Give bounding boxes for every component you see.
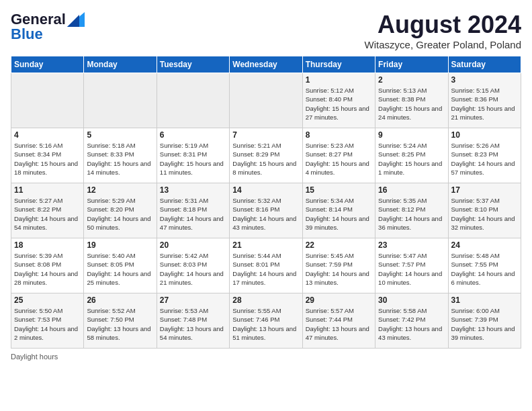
day-number: 1 [306, 75, 372, 85]
calendar-cell: 23Sunrise: 5:47 AM Sunset: 7:57 PM Dayli… [375, 238, 448, 293]
day-info: Sunrise: 5:15 AM Sunset: 8:36 PM Dayligh… [451, 86, 518, 122]
calendar-cell: 6Sunrise: 5:19 AM Sunset: 8:31 PM Daylig… [157, 128, 229, 183]
day-info: Sunrise: 5:13 AM Sunset: 8:38 PM Dayligh… [378, 86, 445, 122]
day-info: Sunrise: 5:53 AM Sunset: 7:48 PM Dayligh… [160, 306, 226, 342]
calendar-cell: 20Sunrise: 5:42 AM Sunset: 8:03 PM Dayli… [157, 238, 229, 293]
calendar-cell: 19Sunrise: 5:40 AM Sunset: 8:05 PM Dayli… [84, 238, 157, 293]
day-number: 26 [87, 295, 153, 305]
calendar-cell: 25Sunrise: 5:50 AM Sunset: 7:53 PM Dayli… [11, 293, 84, 349]
calendar-cell: 27Sunrise: 5:53 AM Sunset: 7:48 PM Dayli… [157, 293, 229, 349]
day-info: Sunrise: 5:27 AM Sunset: 8:22 PM Dayligh… [14, 196, 81, 232]
location-text: Witaszyce, Greater Poland, Poland [365, 39, 521, 50]
day-number: 3 [451, 75, 518, 85]
day-info: Sunrise: 5:47 AM Sunset: 7:57 PM Dayligh… [378, 251, 445, 287]
day-number: 15 [306, 185, 372, 195]
calendar-cell: 14Sunrise: 5:32 AM Sunset: 8:16 PM Dayli… [230, 183, 302, 238]
day-info: Sunrise: 5:45 AM Sunset: 7:59 PM Dayligh… [306, 251, 372, 287]
col-header-wednesday: Wednesday [230, 56, 302, 73]
calendar-cell: 31Sunrise: 6:00 AM Sunset: 7:39 PM Dayli… [448, 293, 521, 349]
day-number: 12 [87, 185, 153, 195]
day-info: Sunrise: 5:18 AM Sunset: 8:33 PM Dayligh… [87, 141, 153, 177]
logo-icon [67, 12, 85, 27]
calendar-week-2: 4Sunrise: 5:16 AM Sunset: 8:34 PM Daylig… [11, 128, 521, 183]
svg-marker-1 [67, 15, 79, 27]
day-number: 21 [232, 240, 299, 250]
day-number: 4 [14, 130, 81, 140]
calendar-cell: 12Sunrise: 5:29 AM Sunset: 8:20 PM Dayli… [84, 183, 157, 238]
calendar-cell: 30Sunrise: 5:58 AM Sunset: 7:42 PM Dayli… [375, 293, 448, 349]
day-number: 8 [306, 130, 372, 140]
col-header-thursday: Thursday [302, 56, 375, 73]
day-info: Sunrise: 5:40 AM Sunset: 8:05 PM Dayligh… [87, 251, 153, 287]
day-number: 16 [378, 185, 445, 195]
calendar-cell: 9Sunrise: 5:24 AM Sunset: 8:25 PM Daylig… [375, 128, 448, 183]
day-number: 7 [232, 130, 299, 140]
day-number: 9 [378, 130, 445, 140]
calendar-cell: 17Sunrise: 5:37 AM Sunset: 8:10 PM Dayli… [448, 183, 521, 238]
day-info: Sunrise: 5:21 AM Sunset: 8:29 PM Dayligh… [232, 141, 299, 177]
calendar-cell: 1Sunrise: 5:12 AM Sunset: 8:40 PM Daylig… [302, 73, 375, 128]
footer-note: Daylight hours [11, 353, 521, 361]
day-number: 18 [14, 240, 81, 250]
day-info: Sunrise: 5:16 AM Sunset: 8:34 PM Dayligh… [14, 141, 81, 177]
day-info: Sunrise: 5:32 AM Sunset: 8:16 PM Dayligh… [232, 196, 299, 232]
logo: General Blue [11, 11, 85, 43]
day-number: 10 [451, 130, 518, 140]
calendar-cell: 11Sunrise: 5:27 AM Sunset: 8:22 PM Dayli… [11, 183, 84, 238]
day-info: Sunrise: 5:29 AM Sunset: 8:20 PM Dayligh… [87, 196, 153, 232]
col-header-friday: Friday [375, 56, 448, 73]
day-number: 22 [306, 240, 372, 250]
day-number: 17 [451, 185, 518, 195]
calendar-cell: 24Sunrise: 5:48 AM Sunset: 7:55 PM Dayli… [448, 238, 521, 293]
calendar-week-3: 11Sunrise: 5:27 AM Sunset: 8:22 PM Dayli… [11, 183, 521, 238]
day-info: Sunrise: 5:55 AM Sunset: 7:46 PM Dayligh… [232, 306, 299, 342]
calendar-cell: 22Sunrise: 5:45 AM Sunset: 7:59 PM Dayli… [302, 238, 375, 293]
col-header-sunday: Sunday [11, 56, 84, 73]
col-header-monday: Monday [84, 56, 157, 73]
calendar-cell: 7Sunrise: 5:21 AM Sunset: 8:29 PM Daylig… [230, 128, 302, 183]
day-info: Sunrise: 6:00 AM Sunset: 7:39 PM Dayligh… [451, 306, 518, 342]
calendar-table: SundayMondayTuesdayWednesdayThursdayFrid… [11, 56, 521, 349]
calendar-cell: 13Sunrise: 5:31 AM Sunset: 8:18 PM Dayli… [157, 183, 229, 238]
calendar-cell: 2Sunrise: 5:13 AM Sunset: 8:38 PM Daylig… [375, 73, 448, 128]
day-info: Sunrise: 5:48 AM Sunset: 7:55 PM Dayligh… [451, 251, 518, 287]
page-header: General Blue August 2024 Witaszyce, Grea… [11, 11, 521, 50]
day-info: Sunrise: 5:23 AM Sunset: 8:27 PM Dayligh… [306, 141, 372, 177]
day-number: 14 [232, 185, 299, 195]
calendar-cell [230, 73, 302, 128]
calendar-week-5: 25Sunrise: 5:50 AM Sunset: 7:53 PM Dayli… [11, 293, 521, 349]
calendar-cell: 10Sunrise: 5:26 AM Sunset: 8:23 PM Dayli… [448, 128, 521, 183]
day-number: 23 [378, 240, 445, 250]
day-info: Sunrise: 5:35 AM Sunset: 8:12 PM Dayligh… [378, 196, 445, 232]
day-info: Sunrise: 5:24 AM Sunset: 8:25 PM Dayligh… [378, 141, 445, 177]
day-number: 29 [306, 295, 372, 305]
calendar-cell [84, 73, 157, 128]
calendar-week-4: 18Sunrise: 5:39 AM Sunset: 8:08 PM Dayli… [11, 238, 521, 293]
day-info: Sunrise: 5:42 AM Sunset: 8:03 PM Dayligh… [160, 251, 226, 287]
day-info: Sunrise: 5:44 AM Sunset: 8:01 PM Dayligh… [232, 251, 299, 287]
day-info: Sunrise: 5:19 AM Sunset: 8:31 PM Dayligh… [160, 141, 226, 177]
day-info: Sunrise: 5:52 AM Sunset: 7:50 PM Dayligh… [87, 306, 153, 342]
day-number: 24 [451, 240, 518, 250]
day-info: Sunrise: 5:58 AM Sunset: 7:42 PM Dayligh… [378, 306, 445, 342]
day-number: 11 [14, 185, 81, 195]
day-info: Sunrise: 5:39 AM Sunset: 8:08 PM Dayligh… [14, 251, 81, 287]
calendar-cell: 21Sunrise: 5:44 AM Sunset: 8:01 PM Dayli… [230, 238, 302, 293]
title-block: August 2024 Witaszyce, Greater Poland, P… [365, 11, 521, 50]
col-header-saturday: Saturday [448, 56, 521, 73]
day-number: 25 [14, 295, 81, 305]
calendar-cell: 28Sunrise: 5:55 AM Sunset: 7:46 PM Dayli… [230, 293, 302, 349]
calendar-cell: 18Sunrise: 5:39 AM Sunset: 8:08 PM Dayli… [11, 238, 84, 293]
day-number: 28 [232, 295, 299, 305]
day-number: 30 [378, 295, 445, 305]
calendar-cell: 8Sunrise: 5:23 AM Sunset: 8:27 PM Daylig… [302, 128, 375, 183]
calendar-cell [157, 73, 229, 128]
day-number: 6 [160, 130, 226, 140]
day-info: Sunrise: 5:50 AM Sunset: 7:53 PM Dayligh… [14, 306, 81, 342]
logo-blue-text: Blue [11, 26, 43, 43]
calendar-cell: 3Sunrise: 5:15 AM Sunset: 8:36 PM Daylig… [448, 73, 521, 128]
calendar-cell [11, 73, 84, 128]
calendar-week-1: 1Sunrise: 5:12 AM Sunset: 8:40 PM Daylig… [11, 73, 521, 128]
day-number: 31 [451, 295, 518, 305]
calendar-cell: 5Sunrise: 5:18 AM Sunset: 8:33 PM Daylig… [84, 128, 157, 183]
